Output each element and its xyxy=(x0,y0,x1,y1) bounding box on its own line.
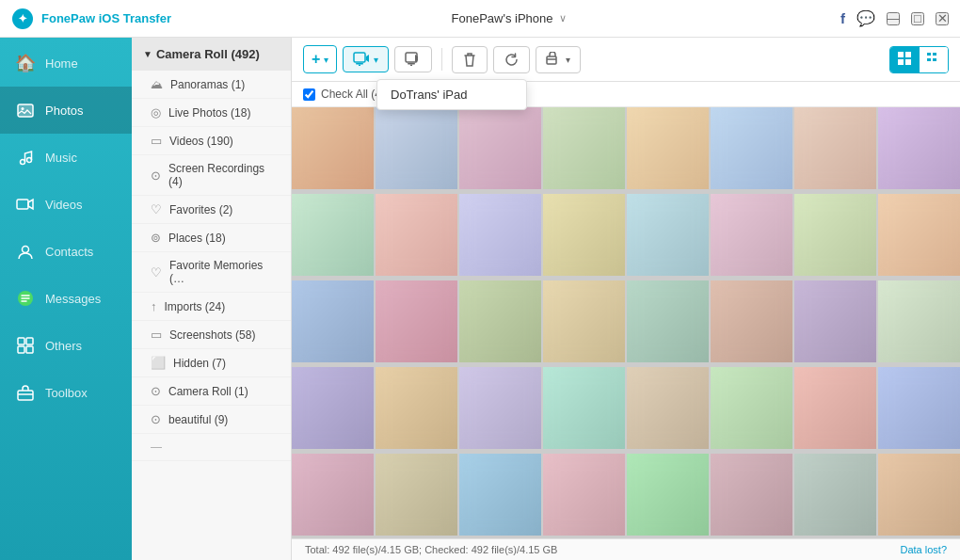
photo-cell[interactable] xyxy=(459,194,541,276)
live-photos-icon: ◎ xyxy=(151,105,161,120)
photo-cell[interactable] xyxy=(292,107,374,189)
album-item-panoramas[interactable]: ⛰ Panoramas (1) xyxy=(132,71,291,99)
photo-cell[interactable] xyxy=(292,367,374,449)
sidebar-item-messages[interactable]: Messages xyxy=(0,275,132,322)
photo-cell[interactable] xyxy=(794,194,876,276)
photo-cell[interactable] xyxy=(627,367,709,449)
photo-cell[interactable] xyxy=(459,367,541,449)
svg-rect-21 xyxy=(898,52,904,57)
photo-cell[interactable] xyxy=(376,194,457,276)
svg-rect-25 xyxy=(927,53,931,56)
album-item-beautiful[interactable]: ⊙ beautiful (9) xyxy=(132,406,291,434)
photo-cell[interactable] xyxy=(627,194,709,276)
sidebar-item-others[interactable]: Others xyxy=(0,322,132,369)
photo-cell[interactable] xyxy=(711,194,792,276)
photo-cell[interactable] xyxy=(794,107,876,189)
album-item-live-photos[interactable]: ◎ Live Photos (18) xyxy=(132,99,291,127)
sidebar-item-label: Home xyxy=(45,56,78,71)
dotrans-ipad-option[interactable]: DoTrans' iPad xyxy=(377,80,526,109)
add-button[interactable]: + ▾ xyxy=(303,45,337,73)
photo-cell[interactable] xyxy=(627,107,709,189)
photo-cell[interactable] xyxy=(711,367,792,449)
photo-cell[interactable] xyxy=(459,280,541,362)
favorites-icon: ♡ xyxy=(151,202,162,216)
app-branding: ✦ FonePaw iOS Transfer xyxy=(11,8,171,30)
refresh-button[interactable] xyxy=(493,46,530,73)
album-item-imports[interactable]: ↑ Imports (24) xyxy=(132,293,291,321)
album-label: Camera Roll (1) xyxy=(168,385,248,398)
photo-cell[interactable] xyxy=(794,367,876,449)
sidebar-item-photos[interactable]: Photos xyxy=(0,87,132,134)
photo-cell[interactable] xyxy=(292,280,374,362)
photo-cell[interactable] xyxy=(376,454,457,536)
message-button[interactable]: 💬 xyxy=(856,9,875,27)
maximize-button[interactable]: □ xyxy=(911,12,924,25)
album-item-favorites[interactable]: ♡ Favorites (2) xyxy=(132,196,291,224)
photo-cell[interactable] xyxy=(543,367,625,449)
check-all-checkbox[interactable] xyxy=(303,88,315,101)
photo-cell[interactable] xyxy=(878,280,960,362)
tools-button[interactable]: ▾ xyxy=(536,46,581,73)
sidebar-item-home[interactable]: 🏠 Home xyxy=(0,38,132,87)
album-item-favorite-memories[interactable]: ♡ Favorite Memories (… xyxy=(132,252,291,293)
imports-icon: ↑ xyxy=(151,299,157,313)
photo-cell[interactable] xyxy=(543,280,625,362)
photo-cell[interactable] xyxy=(376,280,457,362)
sidebar-item-music[interactable]: Music xyxy=(0,134,132,181)
delete-button[interactable] xyxy=(452,46,488,73)
list-view-button[interactable] xyxy=(920,47,948,72)
tools-arrow-icon: ▾ xyxy=(566,55,570,65)
transfer-to-button[interactable]: ▾ xyxy=(343,46,389,72)
transfer-from-button[interactable] xyxy=(394,46,432,72)
photo-cell[interactable] xyxy=(627,280,709,362)
album-item-screen-recordings[interactable]: ⊙ Screen Recordings (4) xyxy=(132,155,291,196)
photo-cell[interactable] xyxy=(711,454,792,536)
delete-icon xyxy=(462,52,477,68)
photo-cell[interactable] xyxy=(459,454,541,536)
album-item-hidden[interactable]: ⬜ Hidden (7) xyxy=(132,349,291,377)
photo-cell[interactable] xyxy=(543,194,625,276)
photo-cell[interactable] xyxy=(878,194,960,276)
photo-cell[interactable] xyxy=(878,107,960,189)
album-item-camera-roll[interactable]: ⊙ Camera Roll (1) xyxy=(132,377,291,406)
minimize-button[interactable]: — xyxy=(887,12,900,25)
close-button[interactable]: ✕ xyxy=(936,12,949,25)
album-item-screenshots[interactable]: ▭ Screenshots (58) xyxy=(132,321,291,349)
photo-cell[interactable] xyxy=(376,367,457,449)
chevron-down-icon[interactable]: ∨ xyxy=(559,12,567,24)
album-item-videos[interactable]: ▭ Videos (190) xyxy=(132,127,291,155)
photo-cell[interactable] xyxy=(794,280,876,362)
sidebar-item-contacts[interactable]: Contacts xyxy=(0,228,132,275)
device-name: FonePaw's iPhone xyxy=(452,11,553,25)
sidebar-item-videos[interactable]: Videos xyxy=(0,181,132,228)
photo-cell[interactable] xyxy=(878,454,960,536)
photo-cell[interactable] xyxy=(711,280,792,362)
album-item-places[interactable]: ⊚ Places (18) xyxy=(132,224,291,252)
view-toggle xyxy=(889,46,949,73)
photo-cell[interactable] xyxy=(459,107,541,189)
photo-cell[interactable] xyxy=(794,454,876,536)
album-label: Videos (190) xyxy=(169,135,233,148)
screen-recordings-icon: ⊙ xyxy=(151,168,161,183)
sidebar-item-toolbox[interactable]: Toolbox xyxy=(0,369,132,416)
photo-cell[interactable] xyxy=(878,367,960,449)
photo-cell[interactable] xyxy=(543,107,625,189)
photo-cell[interactable] xyxy=(627,454,709,536)
svg-rect-11 xyxy=(18,346,24,353)
grid-view-button[interactable] xyxy=(890,47,920,72)
photo-cell[interactable] xyxy=(376,107,457,189)
album-label: Screenshots (58) xyxy=(169,328,255,342)
data-lost-link[interactable]: Data lost? xyxy=(900,544,947,555)
photo-cell[interactable] xyxy=(292,194,374,276)
photo-cell[interactable] xyxy=(292,454,374,536)
sidebar-item-label: Contacts xyxy=(45,245,93,259)
albums-header[interactable]: ▼ Camera Roll (492) xyxy=(132,38,291,71)
album-item-more[interactable]: — xyxy=(132,434,291,461)
sidebar-item-label: Toolbox xyxy=(45,386,88,400)
photo-cell[interactable] xyxy=(543,454,625,536)
album-label: Screen Recordings (4) xyxy=(168,162,280,188)
svg-rect-6 xyxy=(17,200,28,209)
facebook-button[interactable]: f xyxy=(840,10,845,26)
photo-cell[interactable] xyxy=(711,107,792,189)
sidebar-item-label: Others xyxy=(45,339,82,353)
